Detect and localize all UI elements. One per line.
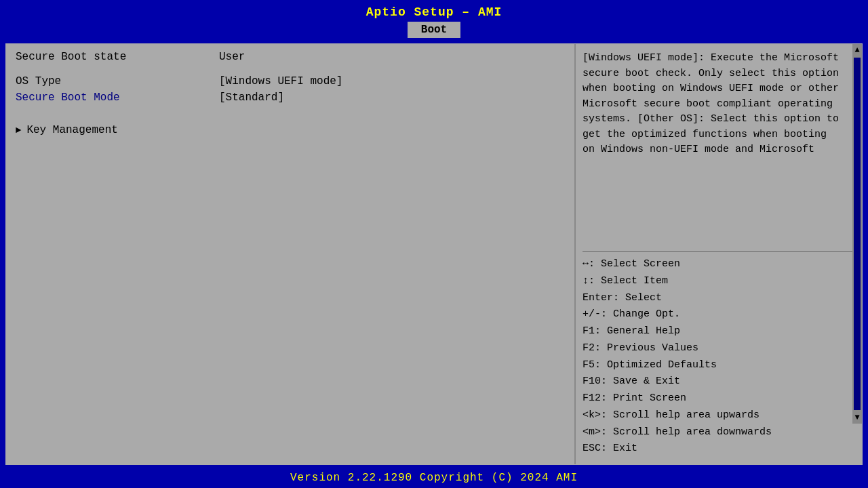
key-hint-item: <k>: Scroll help area upwards <box>583 407 855 424</box>
tab-bar: Boot <box>0 22 868 41</box>
key-hint-item: ↔: Select Screen <box>583 256 855 273</box>
key-hint-item: F2: Previous Values <box>583 340 855 357</box>
scroll-down-icon[interactable]: ▼ <box>853 411 861 424</box>
app-title: Aptio Setup – AMI <box>0 0 868 22</box>
key-hint-item: ESC: Exit <box>583 441 855 458</box>
key-management-row[interactable]: ► Key Management <box>16 124 565 136</box>
scroll-up-icon[interactable]: ▲ <box>853 44 861 56</box>
secure-boot-state-row: Secure Boot state User <box>16 51 565 63</box>
key-hint-item: F10: Save & Exit <box>583 373 855 390</box>
key-hint-item: +/-: Change Opt. <box>583 306 855 323</box>
tab-boot[interactable]: Boot <box>408 22 460 38</box>
help-text: [Windows UEFI mode]: Execute the Microso… <box>583 51 855 242</box>
key-hint-item: ↕: Select Item <box>583 273 855 290</box>
key-hints: ↔: Select Screen↕: Select ItemEnter: Sel… <box>583 256 855 458</box>
submenu-arrow-icon: ► <box>16 125 21 136</box>
secure-boot-mode-row[interactable]: Secure Boot Mode [Standard] <box>16 92 565 104</box>
left-panel: Secure Boot state User OS Type [Windows … <box>6 44 576 464</box>
secure-boot-state-label: Secure Boot state <box>16 51 219 63</box>
secure-boot-mode-label: Secure Boot Mode <box>16 92 219 104</box>
scroll-thumb[interactable] <box>854 58 861 410</box>
key-hint-item: F5: Optimized Defaults <box>583 357 855 374</box>
os-type-label: OS Type <box>16 75 219 87</box>
key-management-label: Key Management <box>26 124 117 136</box>
key-hint-item: <m>: Scroll help area downwards <box>583 424 855 441</box>
key-hint-item: Enter: Select <box>583 290 855 307</box>
secure-boot-mode-value: [Standard] <box>219 92 284 104</box>
divider <box>583 251 855 252</box>
footer: Version 2.22.1290 Copyright (C) 2024 AMI <box>0 468 868 488</box>
os-type-value: [Windows UEFI mode] <box>219 75 342 87</box>
key-hint-item: F12: Print Screen <box>583 390 855 407</box>
os-type-row[interactable]: OS Type [Windows UEFI mode] <box>16 75 565 87</box>
help-text-content: [Windows UEFI mode]: Execute the Microso… <box>583 52 839 155</box>
secure-boot-state-value: User <box>219 51 245 63</box>
right-panel: ▲ ▼ [Windows UEFI mode]: Execute the Mic… <box>576 44 862 464</box>
main-content: Secure Boot state User OS Type [Windows … <box>5 43 863 465</box>
scrollbar[interactable]: ▲ ▼ <box>852 44 862 424</box>
key-hint-item: F1: General Help <box>583 323 855 340</box>
